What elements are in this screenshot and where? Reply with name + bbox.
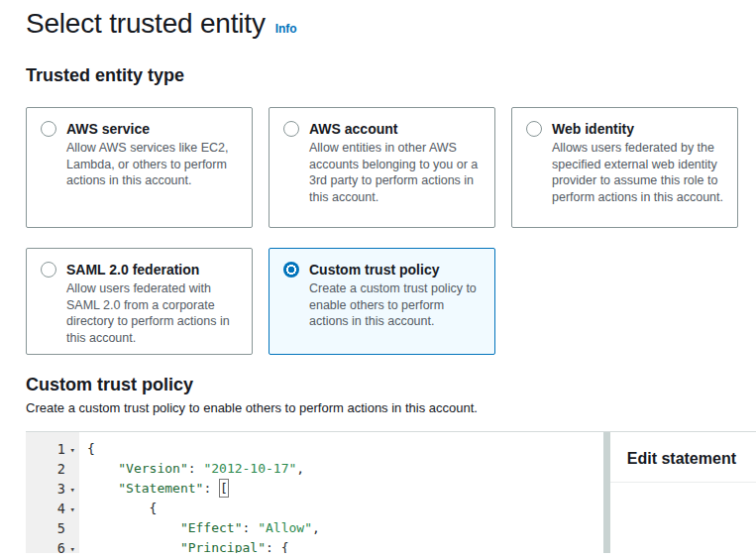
panel-resize-splitter[interactable] bbox=[603, 432, 610, 553]
card-description: Allow users federated with SAML 2.0 from… bbox=[66, 280, 238, 346]
card-description: Allow AWS services like EC2, Lambda, or … bbox=[66, 140, 238, 189]
card-title: SAML 2.0 federation bbox=[66, 262, 199, 278]
token-plain: , bbox=[296, 461, 304, 476]
code-line-2: "Version": "2012-10-17", bbox=[87, 459, 603, 479]
token-plain: : bbox=[188, 461, 204, 476]
code-line-5: "Effect": "Allow", bbox=[87, 518, 603, 538]
line-number: 3▾ bbox=[26, 479, 79, 499]
edit-statement-panel: Edit statement bbox=[610, 432, 756, 553]
fold-toggle-icon[interactable]: ▾ bbox=[65, 440, 75, 460]
line-number: 5▾ bbox=[26, 518, 79, 538]
token-plain: : bbox=[203, 481, 219, 496]
line-number: 1▾ bbox=[26, 439, 79, 459]
editor-line-number-gutter: 1▾2▾3▾4▾5▾6▾ bbox=[26, 432, 79, 553]
fold-toggle-icon[interactable]: ▾ bbox=[65, 500, 75, 519]
info-link[interactable]: Info bbox=[275, 22, 297, 36]
trusted-entity-options: AWS serviceAllow AWS services like EC2, … bbox=[26, 107, 738, 355]
token-plain: , bbox=[312, 520, 320, 535]
fold-toggle-icon[interactable]: ▾ bbox=[65, 480, 75, 500]
token-value: "2012-10-17" bbox=[203, 461, 296, 476]
edit-statement-title: Edit statement bbox=[627, 450, 736, 467]
token-plain: : bbox=[266, 540, 281, 553]
line-number: 2▾ bbox=[26, 459, 79, 479]
page-title: Select trusted entity bbox=[26, 8, 266, 40]
json-code-editor[interactable]: 1▾2▾3▾4▾5▾6▾ {"Version": "2012-10-17","S… bbox=[26, 432, 603, 553]
radio-web-identity[interactable] bbox=[526, 121, 542, 137]
custom-trust-policy-heading: Custom trust policy bbox=[26, 375, 756, 395]
select-trusted-entity-page: Select trusted entity Info Trusted entit… bbox=[0, 0, 756, 553]
token-key: "Principal" bbox=[180, 540, 266, 553]
page-title-row: Select trusted entity Info bbox=[26, 8, 756, 40]
card-title: AWS account bbox=[309, 121, 397, 137]
token-plain: { bbox=[281, 540, 289, 553]
line-number: 4▾ bbox=[26, 499, 79, 518]
token-plain: : bbox=[243, 520, 259, 535]
card-title: AWS service bbox=[66, 121, 150, 137]
token-plain: { bbox=[87, 441, 95, 456]
token-key: "Statement" bbox=[118, 481, 203, 496]
code-line-1: { bbox=[87, 439, 603, 459]
trusted-entity-card-aws-account[interactable]: AWS accountAllow entities in other AWS a… bbox=[269, 107, 495, 228]
trusted-entity-type-heading: Trusted entity type bbox=[26, 65, 756, 86]
trusted-entity-card-web-identity[interactable]: Web identityAllows users federated by th… bbox=[511, 107, 738, 228]
fold-toggle-icon[interactable]: ▾ bbox=[65, 539, 75, 553]
code-line-6: "Principal": { bbox=[87, 538, 603, 553]
trusted-entity-card-aws-service[interactable]: AWS serviceAllow AWS services like EC2, … bbox=[26, 107, 253, 228]
radio-aws-account[interactable] bbox=[283, 121, 299, 137]
line-number: 6▾ bbox=[26, 538, 79, 553]
code-line-3: "Statement": [ bbox=[87, 479, 603, 499]
token-value: "Allow" bbox=[258, 520, 312, 535]
card-description: Create a custom trust policy to enable o… bbox=[309, 280, 481, 330]
trusted-entity-card-saml-federation[interactable]: SAML 2.0 federationAllow users federated… bbox=[26, 248, 253, 355]
card-title: Web identity bbox=[552, 121, 634, 137]
radio-custom-trust-policy-selected[interactable] bbox=[283, 262, 299, 278]
card-description: Allows users federated by the specified … bbox=[552, 140, 723, 205]
token-plain: { bbox=[150, 501, 158, 515]
radio-saml-federation[interactable] bbox=[41, 262, 56, 278]
card-title: Custom trust policy bbox=[309, 262, 439, 278]
card-description: Allow entities in other AWS accounts bel… bbox=[309, 140, 481, 205]
policy-editor-container: 1▾2▾3▾4▾5▾6▾ {"Version": "2012-10-17","S… bbox=[26, 431, 756, 553]
trusted-entity-card-custom-trust-policy[interactable]: Custom trust policyCreate a custom trust… bbox=[269, 248, 495, 355]
token-key: "Version" bbox=[118, 461, 187, 476]
edit-statement-panel-header: Edit statement bbox=[610, 432, 756, 483]
custom-trust-policy-description: Create a custom trust policy to enable o… bbox=[26, 400, 756, 415]
token-key: "Effect" bbox=[180, 520, 243, 535]
code-line-4: { bbox=[87, 499, 603, 518]
radio-aws-service[interactable] bbox=[41, 121, 56, 137]
editor-code-area[interactable]: {"Version": "2012-10-17","Statement": [{… bbox=[79, 432, 603, 553]
text-cursor: [ bbox=[219, 479, 229, 498]
